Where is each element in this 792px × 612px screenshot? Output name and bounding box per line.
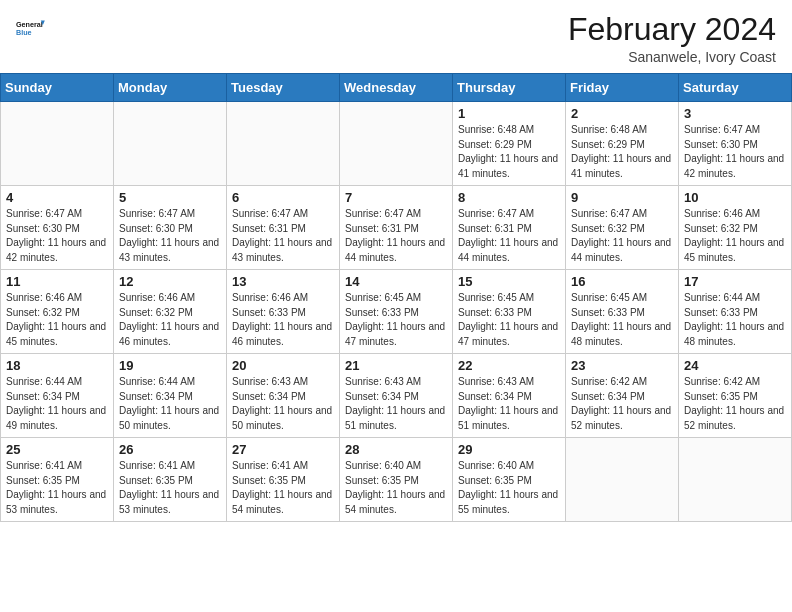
day-number: 17 (684, 274, 786, 289)
calendar-header-saturday: Saturday (679, 74, 792, 102)
calendar-cell: 9Sunrise: 6:47 AM Sunset: 6:32 PM Daylig… (566, 186, 679, 270)
calendar-cell: 15Sunrise: 6:45 AM Sunset: 6:33 PM Dayli… (453, 270, 566, 354)
calendar-cell: 11Sunrise: 6:46 AM Sunset: 6:32 PM Dayli… (1, 270, 114, 354)
calendar-cell: 4Sunrise: 6:47 AM Sunset: 6:30 PM Daylig… (1, 186, 114, 270)
day-info: Sunrise: 6:42 AM Sunset: 6:35 PM Dayligh… (684, 375, 786, 433)
day-info: Sunrise: 6:47 AM Sunset: 6:31 PM Dayligh… (458, 207, 560, 265)
calendar-cell: 14Sunrise: 6:45 AM Sunset: 6:33 PM Dayli… (340, 270, 453, 354)
calendar-cell: 12Sunrise: 6:46 AM Sunset: 6:32 PM Dayli… (114, 270, 227, 354)
day-info: Sunrise: 6:47 AM Sunset: 6:30 PM Dayligh… (684, 123, 786, 181)
day-number: 26 (119, 442, 221, 457)
calendar-cell: 25Sunrise: 6:41 AM Sunset: 6:35 PM Dayli… (1, 438, 114, 522)
day-number: 22 (458, 358, 560, 373)
calendar-week-4: 25Sunrise: 6:41 AM Sunset: 6:35 PM Dayli… (1, 438, 792, 522)
day-number: 20 (232, 358, 334, 373)
title-block: February 2024 Sananwele, Ivory Coast (568, 12, 776, 65)
calendar-cell: 8Sunrise: 6:47 AM Sunset: 6:31 PM Daylig… (453, 186, 566, 270)
calendar-wrap: SundayMondayTuesdayWednesdayThursdayFrid… (0, 73, 792, 522)
calendar-cell (566, 438, 679, 522)
calendar-header-row: SundayMondayTuesdayWednesdayThursdayFrid… (1, 74, 792, 102)
day-number: 27 (232, 442, 334, 457)
day-number: 21 (345, 358, 447, 373)
day-number: 13 (232, 274, 334, 289)
calendar-week-3: 18Sunrise: 6:44 AM Sunset: 6:34 PM Dayli… (1, 354, 792, 438)
subtitle: Sananwele, Ivory Coast (568, 49, 776, 65)
calendar-cell: 6Sunrise: 6:47 AM Sunset: 6:31 PM Daylig… (227, 186, 340, 270)
calendar-cell: 20Sunrise: 6:43 AM Sunset: 6:34 PM Dayli… (227, 354, 340, 438)
calendar-cell (114, 102, 227, 186)
day-info: Sunrise: 6:47 AM Sunset: 6:31 PM Dayligh… (232, 207, 334, 265)
calendar-cell: 17Sunrise: 6:44 AM Sunset: 6:33 PM Dayli… (679, 270, 792, 354)
month-title: February 2024 (568, 12, 776, 47)
day-info: Sunrise: 6:45 AM Sunset: 6:33 PM Dayligh… (345, 291, 447, 349)
calendar-cell: 22Sunrise: 6:43 AM Sunset: 6:34 PM Dayli… (453, 354, 566, 438)
calendar-cell: 21Sunrise: 6:43 AM Sunset: 6:34 PM Dayli… (340, 354, 453, 438)
day-info: Sunrise: 6:46 AM Sunset: 6:33 PM Dayligh… (232, 291, 334, 349)
calendar-cell: 28Sunrise: 6:40 AM Sunset: 6:35 PM Dayli… (340, 438, 453, 522)
calendar-cell: 18Sunrise: 6:44 AM Sunset: 6:34 PM Dayli… (1, 354, 114, 438)
svg-text:Blue: Blue (16, 28, 32, 37)
calendar-cell: 27Sunrise: 6:41 AM Sunset: 6:35 PM Dayli… (227, 438, 340, 522)
calendar-cell: 5Sunrise: 6:47 AM Sunset: 6:30 PM Daylig… (114, 186, 227, 270)
calendar-cell: 10Sunrise: 6:46 AM Sunset: 6:32 PM Dayli… (679, 186, 792, 270)
day-number: 8 (458, 190, 560, 205)
calendar-cell (227, 102, 340, 186)
calendar-cell: 26Sunrise: 6:41 AM Sunset: 6:35 PM Dayli… (114, 438, 227, 522)
day-number: 18 (6, 358, 108, 373)
calendar-header-wednesday: Wednesday (340, 74, 453, 102)
day-info: Sunrise: 6:47 AM Sunset: 6:32 PM Dayligh… (571, 207, 673, 265)
day-number: 15 (458, 274, 560, 289)
day-number: 5 (119, 190, 221, 205)
day-number: 19 (119, 358, 221, 373)
calendar-week-1: 4Sunrise: 6:47 AM Sunset: 6:30 PM Daylig… (1, 186, 792, 270)
day-info: Sunrise: 6:47 AM Sunset: 6:31 PM Dayligh… (345, 207, 447, 265)
calendar-header-thursday: Thursday (453, 74, 566, 102)
day-info: Sunrise: 6:46 AM Sunset: 6:32 PM Dayligh… (6, 291, 108, 349)
calendar-cell: 24Sunrise: 6:42 AM Sunset: 6:35 PM Dayli… (679, 354, 792, 438)
calendar-table: SundayMondayTuesdayWednesdayThursdayFrid… (0, 73, 792, 522)
day-number: 4 (6, 190, 108, 205)
day-info: Sunrise: 6:44 AM Sunset: 6:33 PM Dayligh… (684, 291, 786, 349)
day-info: Sunrise: 6:46 AM Sunset: 6:32 PM Dayligh… (119, 291, 221, 349)
day-info: Sunrise: 6:45 AM Sunset: 6:33 PM Dayligh… (458, 291, 560, 349)
day-number: 9 (571, 190, 673, 205)
day-number: 11 (6, 274, 108, 289)
logo: GeneralBlue (16, 12, 48, 44)
calendar-header-monday: Monday (114, 74, 227, 102)
day-info: Sunrise: 6:47 AM Sunset: 6:30 PM Dayligh… (119, 207, 221, 265)
day-info: Sunrise: 6:45 AM Sunset: 6:33 PM Dayligh… (571, 291, 673, 349)
day-info: Sunrise: 6:42 AM Sunset: 6:34 PM Dayligh… (571, 375, 673, 433)
day-info: Sunrise: 6:40 AM Sunset: 6:35 PM Dayligh… (458, 459, 560, 517)
day-info: Sunrise: 6:41 AM Sunset: 6:35 PM Dayligh… (119, 459, 221, 517)
calendar-header-tuesday: Tuesday (227, 74, 340, 102)
calendar-cell: 1Sunrise: 6:48 AM Sunset: 6:29 PM Daylig… (453, 102, 566, 186)
day-number: 24 (684, 358, 786, 373)
calendar-header-friday: Friday (566, 74, 679, 102)
header: GeneralBlue February 2024 Sananwele, Ivo… (0, 0, 792, 73)
day-info: Sunrise: 6:48 AM Sunset: 6:29 PM Dayligh… (571, 123, 673, 181)
day-number: 12 (119, 274, 221, 289)
day-info: Sunrise: 6:40 AM Sunset: 6:35 PM Dayligh… (345, 459, 447, 517)
calendar-cell (679, 438, 792, 522)
calendar-header-sunday: Sunday (1, 74, 114, 102)
calendar-cell: 3Sunrise: 6:47 AM Sunset: 6:30 PM Daylig… (679, 102, 792, 186)
page: GeneralBlue February 2024 Sananwele, Ivo… (0, 0, 792, 612)
calendar-week-0: 1Sunrise: 6:48 AM Sunset: 6:29 PM Daylig… (1, 102, 792, 186)
calendar-cell: 19Sunrise: 6:44 AM Sunset: 6:34 PM Dayli… (114, 354, 227, 438)
day-number: 25 (6, 442, 108, 457)
day-number: 14 (345, 274, 447, 289)
day-info: Sunrise: 6:44 AM Sunset: 6:34 PM Dayligh… (119, 375, 221, 433)
day-info: Sunrise: 6:43 AM Sunset: 6:34 PM Dayligh… (458, 375, 560, 433)
day-number: 23 (571, 358, 673, 373)
calendar-cell (1, 102, 114, 186)
calendar-cell: 13Sunrise: 6:46 AM Sunset: 6:33 PM Dayli… (227, 270, 340, 354)
calendar-cell: 16Sunrise: 6:45 AM Sunset: 6:33 PM Dayli… (566, 270, 679, 354)
calendar-week-2: 11Sunrise: 6:46 AM Sunset: 6:32 PM Dayli… (1, 270, 792, 354)
day-number: 16 (571, 274, 673, 289)
day-info: Sunrise: 6:41 AM Sunset: 6:35 PM Dayligh… (232, 459, 334, 517)
day-number: 29 (458, 442, 560, 457)
logo-icon: GeneralBlue (16, 12, 48, 44)
day-number: 1 (458, 106, 560, 121)
day-info: Sunrise: 6:43 AM Sunset: 6:34 PM Dayligh… (232, 375, 334, 433)
day-number: 28 (345, 442, 447, 457)
